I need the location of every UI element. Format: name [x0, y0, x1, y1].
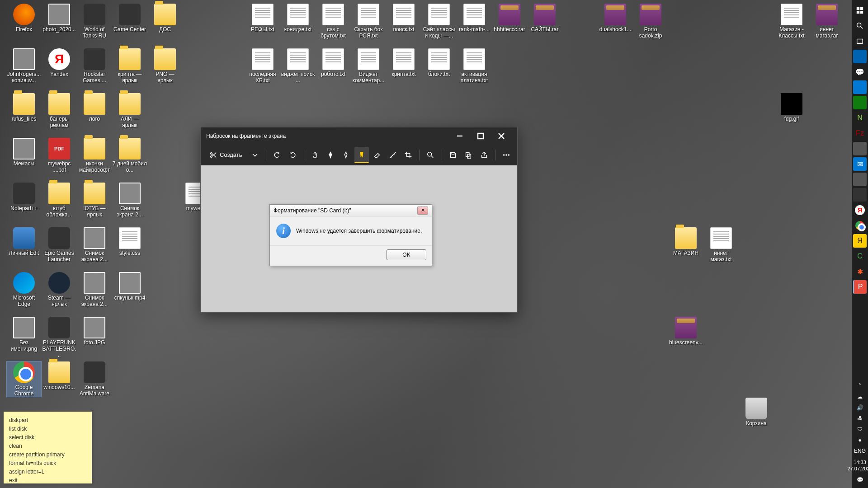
desktop-icon[interactable]: крипта.txt — [387, 48, 421, 77]
tray-lang[interactable]: ENG — [854, 446, 866, 455]
desktop-icon[interactable]: Мемасы — [7, 138, 41, 167]
desktop-icon[interactable]: поиск.txt — [387, 4, 421, 33]
desktop-icon[interactable]: роботс.txt — [316, 48, 350, 77]
ballpoint-pen-button[interactable] — [323, 147, 338, 163]
tray-clock[interactable]: 14:33 27.07.2021 — [847, 457, 868, 474]
desktop-icon[interactable]: последняя ХБ.txt — [245, 48, 280, 84]
sticky-note[interactable]: diskpartlist diskselect diskcleancreate … — [4, 412, 92, 483]
taskbar-notepadpp[interactable]: N — [853, 111, 867, 125]
desktop-icon[interactable]: Firefox — [7, 4, 41, 33]
taskbar-app-3[interactable] — [853, 80, 867, 94]
taskbar-mail[interactable]: ✉ — [853, 157, 867, 171]
desktop-icon[interactable]: банеры реклам — [42, 93, 76, 128]
desktop-icon[interactable]: Личный Edit — [7, 227, 41, 256]
dialog-close-button[interactable]: ✕ — [417, 206, 428, 215]
desktop-icon[interactable]: САЙТЫ.rar — [528, 4, 562, 33]
desktop-icon[interactable]: Microsoft Edge — [7, 272, 41, 307]
close-button[interactable] — [491, 129, 512, 143]
zoom-button[interactable] — [423, 147, 438, 163]
desktop-icon[interactable]: PNG — ярлык — [148, 48, 182, 84]
desktop-icon[interactable]: иннет магаз.txt — [704, 227, 738, 263]
tray-expand-icon[interactable]: ˄ — [854, 381, 866, 390]
desktop-icon[interactable]: bluescreenv... — [669, 317, 703, 346]
more-button[interactable] — [499, 147, 514, 163]
desktop-icon[interactable]: АЛИ — ярлык — [113, 93, 147, 128]
search-button[interactable] — [853, 19, 867, 33]
pencil-button[interactable] — [339, 147, 353, 163]
taskbar-app-7[interactable] — [853, 188, 867, 202]
desktop-icon[interactable]: dualshock1... — [598, 4, 632, 33]
tray-notifications-icon[interactable]: 💬 — [854, 475, 866, 484]
snip-canvas[interactable]: Форматирование "SD Card (I:)" ✕ i Window… — [201, 165, 517, 312]
redo-button[interactable] — [285, 147, 300, 163]
tray-cloud-icon[interactable]: ☁ — [854, 392, 866, 401]
desktop-icon[interactable]: Zemana AntiMalware — [77, 361, 112, 397]
desktop-icon[interactable]: ютуб обложка... — [42, 183, 76, 218]
task-view-button[interactable] — [853, 34, 867, 48]
desktop-icon[interactable]: Снимок экрана 2... — [77, 272, 112, 307]
crop-button[interactable] — [401, 147, 415, 163]
desktop-icon[interactable]: Notepad++ — [7, 183, 41, 211]
desktop-icon[interactable]: fdg.gif — [774, 93, 809, 122]
taskbar-app-10[interactable]: ✱ — [853, 265, 867, 278]
desktop-icon[interactable]: Снимок экрана 2... — [113, 183, 147, 218]
new-snip-button[interactable]: Создать — [204, 147, 246, 163]
desktop-icon[interactable]: активация плагина.txt — [457, 48, 491, 84]
desktop-icon[interactable]: Магазин - Классы.txt — [774, 4, 809, 39]
desktop-icon[interactable]: виджет поиск ... — [281, 48, 315, 84]
desktop-icon[interactable]: Без имени.png — [7, 317, 41, 352]
save-button[interactable] — [445, 147, 460, 163]
desktop-icon[interactable]: Steam — ярлык — [42, 272, 76, 307]
desktop-icon[interactable]: иннет магаз.rar — [810, 4, 844, 39]
desktop-icon[interactable]: PDFmywebpc ....pdf — [42, 138, 76, 173]
desktop-icon[interactable]: Game Center — [113, 4, 147, 33]
snip-titlebar[interactable]: Набросок на фрагменте экрана — [201, 127, 517, 145]
minimize-button[interactable] — [449, 129, 470, 143]
desktop-icon[interactable]: Виджет комментар... — [351, 48, 386, 84]
ruler-button[interactable] — [386, 147, 400, 163]
desktop-icon[interactable]: спкуньк.mp4 — [113, 272, 147, 301]
desktop-icon[interactable]: PLAYERUNK BATTLEGRO... — [42, 317, 76, 358]
tray-app-icon[interactable]: ● — [854, 436, 866, 445]
share-button[interactable] — [476, 147, 491, 163]
taskbar-yandex[interactable]: Я — [853, 203, 867, 217]
desktop-icon[interactable]: rufus_files — [7, 93, 41, 122]
tray-volume-icon[interactable]: 🔊 — [854, 403, 866, 412]
desktop-icon[interactable]: Epic Games Launcher — [42, 227, 76, 263]
tray-security-icon[interactable]: 🛡 — [854, 425, 866, 434]
undo-button[interactable] — [270, 147, 284, 163]
desktop-icon[interactable]: ЯYandex — [42, 48, 76, 77]
desktop-icon[interactable]: Google Chrome — [7, 361, 41, 397]
taskbar-snip-sketch[interactable]: P — [853, 280, 867, 294]
chevron-down-icon[interactable] — [247, 147, 262, 163]
start-button[interactable] — [853, 4, 867, 17]
taskbar-app-1[interactable] — [853, 50, 867, 63]
desktop-icon[interactable]: Porto sadok.zip — [633, 4, 668, 39]
taskbar-app-6[interactable] — [853, 173, 867, 186]
dialog-ok-button[interactable]: OK — [387, 249, 426, 260]
desktop-icon[interactable]: иконки майкрософт — [77, 138, 112, 173]
desktop-icon[interactable]: лого — [77, 93, 112, 122]
desktop-icon[interactable]: Снимок экрана 2... — [77, 227, 112, 263]
desktop-icon[interactable]: ЮТУБ — ярлык — [77, 183, 112, 218]
highlighter-button[interactable] — [354, 147, 369, 163]
taskbar-chrome[interactable] — [853, 219, 867, 232]
desktop-icon[interactable]: World of Tanks RU — [77, 4, 112, 39]
desktop-icon[interactable]: ДОС — [148, 4, 182, 33]
desktop-icon[interactable]: блоки.txt — [422, 48, 456, 77]
desktop-icon[interactable]: конидзе.txt — [281, 4, 315, 33]
desktop-icon[interactable]: rank-math-... — [457, 4, 491, 33]
taskbar-app-8[interactable]: Я — [853, 234, 867, 248]
desktop-icon[interactable]: Корзина — [739, 398, 774, 427]
taskbar-app-4[interactable] — [853, 96, 867, 109]
touch-write-button[interactable] — [307, 147, 322, 163]
desktop-icon[interactable]: Скрыть бок РСЯ.txt — [351, 4, 386, 39]
taskbar-app-5[interactable] — [853, 142, 867, 155]
desktop-icon[interactable]: Rockstar Games ... — [77, 48, 112, 84]
desktop-icon[interactable]: Сайт классы и коды —... — [422, 4, 456, 39]
taskbar-filezilla[interactable]: Fz — [853, 127, 867, 140]
desktop-icon[interactable]: css с брутом.txt — [316, 4, 350, 39]
desktop-icon[interactable]: 7 дней мобил о... — [113, 138, 147, 173]
desktop-icon[interactable]: photo_2020... — [42, 4, 76, 33]
tray-network-icon[interactable]: 🖧 — [854, 414, 866, 423]
